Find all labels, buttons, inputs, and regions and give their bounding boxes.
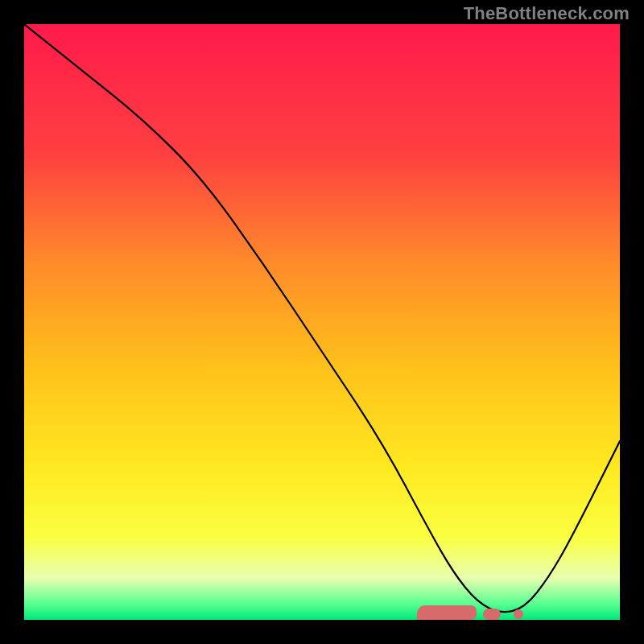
curve-layer	[24, 24, 620, 620]
watermark-label: TheBottleneck.com	[464, 3, 630, 24]
highlight-segment	[483, 609, 501, 620]
chart-frame: TheBottleneck.com	[0, 0, 644, 644]
bottleneck-curve	[24, 24, 620, 612]
highlight-segment	[417, 605, 477, 620]
plot-area	[24, 24, 620, 620]
